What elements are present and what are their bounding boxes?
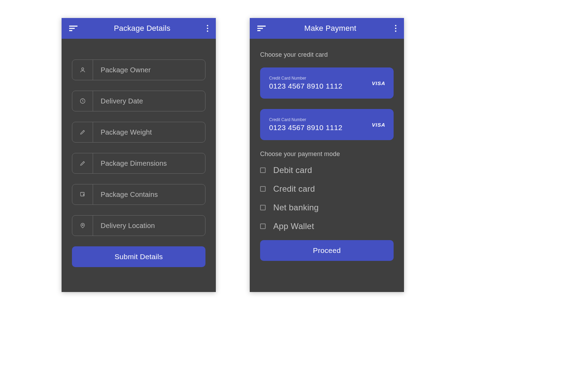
checkbox-icon[interactable] (260, 205, 266, 210)
package-contains-field[interactable]: Package Contains (72, 184, 205, 205)
payment-mode-section: Choose your payment mode Debit card Cred… (260, 151, 394, 231)
submit-details-label: Submit Details (114, 253, 163, 261)
checkbox-icon[interactable] (260, 224, 266, 229)
credit-card-number: 0123 4567 8910 1112 (269, 124, 385, 132)
svg-point-6 (82, 225, 83, 226)
payment-mode-label: Credit card (273, 184, 315, 194)
svg-rect-0 (69, 26, 77, 27)
payment-mode-label: App Wallet (273, 221, 314, 231)
payment-mode-app-wallet[interactable]: App Wallet (260, 221, 394, 231)
location-pin-icon (72, 216, 93, 236)
package-contains-label: Package Contains (93, 191, 158, 199)
overflow-menu-icon[interactable] (207, 25, 208, 32)
visa-icon: VISA (372, 80, 385, 86)
svg-rect-1 (69, 28, 75, 29)
credit-card-number-label: Credit Card Number (269, 76, 385, 81)
submit-details-button[interactable]: Submit Details (72, 246, 205, 267)
choose-card-title: Choose your credit card (260, 51, 394, 58)
package-weight-field[interactable]: Package Weight (72, 122, 205, 143)
screen-make-payment: Make Payment Choose your credit card Cre… (250, 18, 404, 292)
proceed-label: Proceed (313, 246, 341, 255)
checkbox-icon[interactable] (260, 186, 266, 192)
package-form: Package Owner Delivery Date (62, 39, 216, 267)
checkbox-icon[interactable] (260, 167, 266, 173)
edit-note-icon (72, 184, 93, 204)
visa-icon: VISA (372, 122, 385, 128)
payment-mode-label: Net banking (273, 203, 319, 212)
delivery-location-label: Delivery Location (93, 222, 155, 230)
clock-icon (72, 91, 93, 111)
screen-package-details: Package Details Package Owner (62, 18, 216, 292)
overflow-menu-icon[interactable] (395, 25, 396, 32)
credit-card-number-label: Credit Card Number (269, 117, 385, 122)
pencil-icon (72, 153, 93, 173)
payment-mode-net-banking[interactable]: Net banking (260, 203, 394, 212)
delivery-date-field[interactable]: Delivery Date (72, 91, 205, 111)
payment-mode-label: Debit card (273, 165, 312, 175)
credit-card-option[interactable]: Credit Card Number 0123 4567 8910 1112 V… (260, 67, 394, 99)
package-dimensions-label: Package Dimensions (93, 159, 167, 167)
svg-rect-7 (257, 26, 266, 27)
payment-form: Choose your credit card Credit Card Numb… (250, 39, 404, 261)
choose-mode-title: Choose your payment mode (260, 151, 394, 158)
credit-card-option[interactable]: Credit Card Number 0123 4567 8910 1112 V… (260, 109, 394, 140)
payment-mode-debit-card[interactable]: Debit card (260, 165, 394, 175)
page-title: Make Payment (304, 24, 356, 33)
svg-rect-2 (69, 30, 72, 31)
package-dimensions-field[interactable]: Package Dimensions (72, 153, 205, 174)
package-owner-field[interactable]: Package Owner (72, 60, 205, 80)
delivery-date-label: Delivery Date (93, 97, 143, 105)
credit-card-number: 0123 4567 8910 1112 (269, 82, 385, 90)
svg-rect-8 (257, 28, 263, 29)
delivery-location-field[interactable]: Delivery Location (72, 215, 205, 236)
svg-rect-9 (257, 30, 260, 31)
menu-icon[interactable] (69, 26, 77, 31)
package-weight-label: Package Weight (93, 128, 152, 136)
package-owner-label: Package Owner (93, 66, 151, 74)
svg-point-3 (82, 68, 84, 70)
page-title: Package Details (114, 24, 170, 33)
menu-icon[interactable] (257, 26, 266, 31)
payment-mode-credit-card[interactable]: Credit card (260, 184, 394, 194)
person-icon (72, 60, 93, 80)
proceed-button[interactable]: Proceed (260, 240, 394, 261)
pencil-icon (72, 122, 93, 142)
appbar: Make Payment (250, 18, 404, 39)
appbar: Package Details (62, 18, 216, 39)
